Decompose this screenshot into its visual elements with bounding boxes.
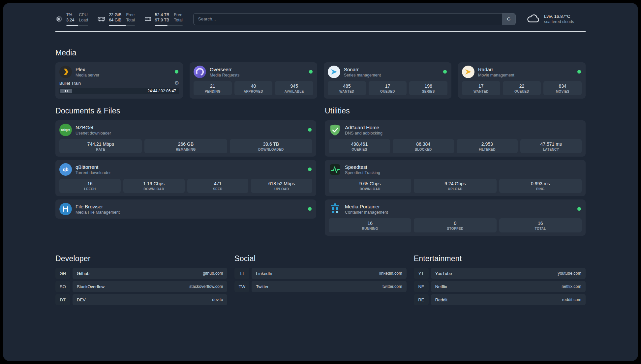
stat-label: AVAILABLE [276, 90, 312, 93]
search-input[interactable] [194, 14, 502, 25]
link-abbr[interactable]: DT [55, 294, 70, 305]
link-name: LinkedIn [256, 271, 272, 276]
app-card-speedtest[interactable]: Speedtest Speedtest Tracking 9.65 Gbps D… [325, 160, 586, 196]
weather-location: Lviv, 16.87°C [544, 14, 574, 19]
app-card-sonarr[interactable]: Sonarr Series management 485 WANTED 17 Q… [324, 62, 451, 99]
stat-label: DOWNLOAD [330, 187, 410, 191]
link-row-youtube[interactable]: YT YouTube youtube.com [414, 268, 586, 279]
app-card-plex[interactable]: Plex Media server Bullet Train ⚙ 24:44 /… [55, 62, 183, 99]
section-utilities: Utilities AdGuard Home DNS and adblockin… [325, 106, 586, 236]
app-card-portainer[interactable]: Media Portainer Container management 16 … [325, 199, 586, 236]
link-row-linkedin[interactable]: LI LinkedIn linkedin.com [234, 268, 406, 279]
stat-label: MOVIES [545, 90, 580, 93]
stat-box: 498,461 QUERIES [329, 139, 390, 153]
pause-button[interactable] [60, 89, 72, 93]
app-subtitle: Speedtest Tracking [345, 170, 380, 175]
section-entertainment: Entertainment YT YouTube youtube.com NF … [414, 254, 586, 305]
cpu-usage-value: 7% [66, 12, 74, 17]
app-card-nzbget[interactable]: nzbget NZBGet Usenet downloader 744.21 M… [55, 120, 316, 157]
app-name: AdGuard Home [345, 125, 382, 130]
playback-progress-bar: 24:44 / 02:06:47 [59, 88, 179, 94]
cpu-label-top: CPU [79, 12, 88, 17]
link-row-dev[interactable]: DT DEV dev.to [55, 294, 227, 305]
app-subtitle: Media server [76, 73, 99, 77]
app-name: Radarr [478, 67, 514, 72]
link-row-stackoverflow[interactable]: SO StackOverflow stackoverflow.com [55, 281, 227, 292]
section-documents: Documents & Files nzbget NZBGet Usenet d… [55, 106, 316, 236]
app-name: Speedtest [345, 164, 380, 170]
app-name: Sonarr [344, 67, 381, 72]
stat-box: 40 APPROVED [234, 81, 273, 95]
link-abbr[interactable]: SO [55, 281, 70, 292]
sonarr-icon [328, 66, 340, 78]
stat-value: 744.21 Mbps [61, 141, 140, 147]
weather-condition: scattered clouds [544, 19, 574, 24]
stat-box: 16 RUNNING [329, 218, 411, 232]
link-url: stackoverflow.com [189, 284, 223, 289]
search-provider-button[interactable]: G [502, 14, 515, 25]
link-row-netflix[interactable]: NF Netflix netflix.com [414, 281, 586, 292]
link-row-reddit[interactable]: RE Reddit reddit.com [414, 294, 586, 305]
search-form: G [193, 13, 516, 25]
stat-value: 22 [504, 83, 540, 89]
media-grid: Plex Media server Bullet Train ⚙ 24:44 /… [55, 62, 586, 99]
link-row-twitter[interactable]: TW Twitter twitter.com [234, 281, 406, 292]
app-card-adguard[interactable]: AdGuard Home DNS and adblocking 498,461 … [325, 120, 586, 157]
filebrowser-icon [59, 203, 72, 215]
app-subtitle: Media File Management [76, 210, 120, 215]
playback-time: 24:44 / 02:06:47 [147, 89, 176, 93]
section-social: Social LI LinkedIn linkedin.com TW Twitt… [234, 254, 406, 305]
link-abbr[interactable]: RE [414, 294, 429, 305]
section-entertainment-title: Entertainment [414, 254, 586, 263]
stat-box: 9.24 Gbps UPLOAD [414, 179, 496, 193]
stat-label: RUNNING [330, 227, 410, 230]
stat-value: 17 [463, 83, 499, 89]
cpu-label-bottom: Load [79, 17, 88, 23]
stat-value: 0.993 ms [501, 181, 580, 186]
app-subtitle: DNS and adblocking [345, 131, 382, 136]
weather-widget[interactable]: Lviv, 16.87°C scattered clouds [526, 14, 586, 25]
stat-box: 266 GB REMAINING [144, 139, 227, 153]
stat-box: 16 LEECH [59, 179, 121, 193]
stat-label: STOPPED [415, 227, 495, 230]
portainer-icon [329, 203, 341, 215]
app-name: Overseerr [210, 67, 239, 72]
stat-value: 498,461 [330, 141, 389, 147]
stat-box: 485 WANTED [328, 81, 366, 95]
link-abbr[interactable]: NF [414, 281, 429, 292]
status-dot [175, 70, 178, 74]
link-row-github[interactable]: GH Github github.com [55, 268, 227, 279]
link-abbr[interactable]: TW [234, 281, 249, 292]
nzbget-icon: nzbget [59, 124, 72, 136]
link-abbr[interactable]: LI [234, 268, 249, 279]
link-name: YouTube [435, 271, 452, 276]
cpu-icon [55, 15, 63, 23]
app-card-radarr[interactable]: Radarr Movie management 17 WANTED 22 QUE… [458, 62, 586, 99]
stat-value: 266 GB [146, 141, 226, 147]
stat-box: 17 WANTED [462, 81, 500, 95]
app-name: Plex [76, 67, 99, 72]
link-abbr[interactable]: GH [55, 268, 70, 279]
stat-label: QUERIES [330, 148, 389, 151]
app-card-filebrowser[interactable]: File Browser Media File Management [55, 199, 316, 219]
status-dot [443, 70, 447, 74]
stat-value: 196 [411, 83, 446, 89]
memory-total-value: 64 GiB [109, 17, 121, 23]
stat-box: 744.21 Mbps RATE [59, 139, 142, 153]
section-social-title: Social [234, 254, 406, 263]
stat-value: 945 [276, 83, 312, 89]
stat-label: TOTAL [501, 227, 580, 230]
app-subtitle: Movie management [478, 73, 514, 77]
memory-widget: 22 GiB 64 GiB Free Total [97, 12, 135, 26]
gear-icon[interactable]: ⚙ [174, 80, 179, 86]
stat-value: 16 [501, 221, 580, 226]
app-card-qbittorrent[interactable]: qb qBittorrent Torrent downloader 16 [55, 160, 316, 196]
app-card-overseerr[interactable]: Overseerr Media Requests 21 PENDING 40 A… [190, 62, 317, 99]
stat-box: 1.19 Gbps DOWNLOAD [123, 179, 185, 193]
stat-box: 39.6 TB DOWNLOADED [230, 139, 312, 153]
cpu-load-value: 3.24 [66, 17, 74, 23]
stat-label: PING [501, 187, 580, 191]
link-abbr[interactable]: YT [414, 268, 429, 279]
qbittorrent-icon: qb [59, 163, 72, 176]
speedtest-pulse-icon [329, 163, 341, 176]
